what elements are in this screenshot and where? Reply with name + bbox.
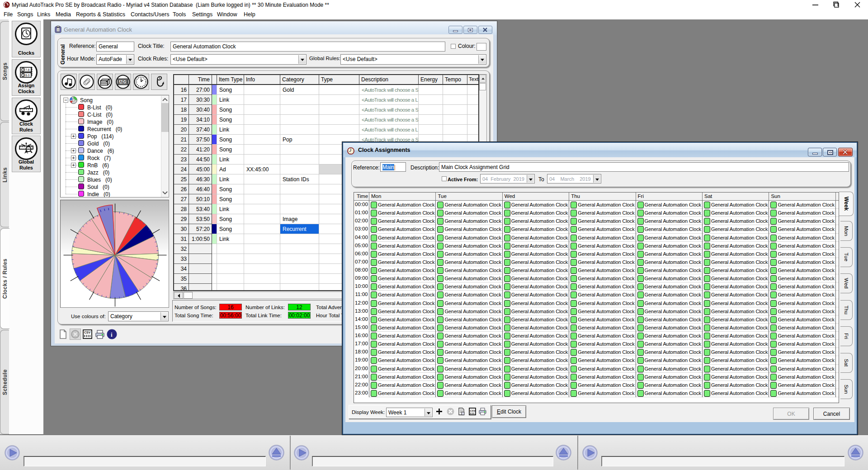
svg-text:CSV: CSV: [470, 409, 476, 412]
svg-text:ADS: ADS: [119, 80, 127, 84]
svg-text:7-8: 7-8: [25, 68, 30, 71]
svg-text:i: i: [111, 331, 113, 338]
svg-text:8-9: 8-9: [25, 74, 30, 77]
svg-text:CSV: CSV: [84, 331, 91, 334]
